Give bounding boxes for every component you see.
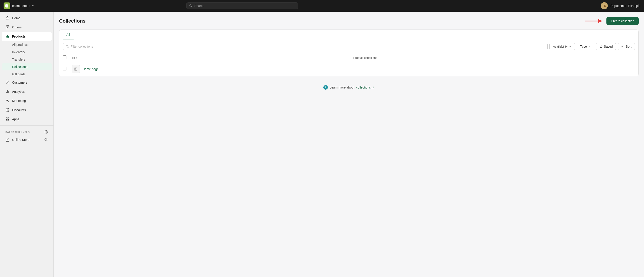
top-navigation: ecommercerr ▾ PE Popupsmart Example — [0, 0, 644, 12]
availability-label: Availability — [553, 45, 568, 48]
svg-point-18 — [46, 139, 47, 140]
saved-label: Saved — [604, 45, 613, 48]
sidebar-item-label: Analytics — [12, 90, 24, 94]
store-name-label: ecommercerr — [12, 4, 30, 8]
svg-marker-2 — [6, 35, 10, 38]
svg-point-0 — [190, 4, 192, 7]
svg-rect-13 — [6, 120, 7, 121]
store-logo[interactable]: ecommercerr ▾ — [4, 2, 34, 9]
sort-label: Sort — [626, 45, 632, 48]
saved-filter-button[interactable]: Saved — [596, 43, 616, 50]
main-layout: Home Orders Products All products Invent… — [0, 12, 644, 277]
svg-rect-14 — [8, 120, 9, 121]
sidebar-item-apps[interactable]: Apps — [2, 115, 52, 124]
sidebar-item-label: Customers — [12, 81, 27, 84]
create-collection-button[interactable]: Create collection — [606, 17, 639, 25]
sidebar-item-discounts[interactable]: Discounts — [2, 106, 52, 114]
info-text: Learn more about — [330, 86, 354, 89]
add-sales-channel-icon[interactable] — [44, 130, 48, 134]
sort-icon — [621, 45, 624, 48]
info-section: i Learn more about collections ↗ — [59, 76, 639, 98]
eye-icon — [44, 138, 48, 142]
sidebar-item-customers[interactable]: Customers — [2, 78, 52, 87]
collections-card: All Availability Type — [59, 30, 639, 76]
sidebar-item-online-store[interactable]: Online Store — [2, 135, 52, 144]
sidebar-subitem-label: Gift cards — [12, 72, 26, 76]
row-checkbox[interactable] — [63, 67, 66, 70]
type-label: Type — [580, 45, 587, 48]
select-all-checkbox[interactable] — [63, 56, 66, 59]
collections-link-label: collections — [356, 86, 371, 89]
svg-point-21 — [66, 46, 68, 48]
main-content: Collections Create collection All — [54, 12, 644, 277]
customers-icon — [5, 80, 10, 85]
global-search — [186, 2, 298, 9]
sidebar-item-label: Discounts — [12, 108, 26, 112]
sidebar-subitem-gift-cards[interactable]: Gift cards — [2, 71, 52, 78]
sidebar-item-label: Marketing — [12, 99, 26, 102]
sidebar-item-label: Apps — [12, 117, 19, 121]
tabs-bar: All — [59, 30, 638, 40]
store-chevron-icon: ▾ — [32, 4, 34, 8]
header-right: Create collection — [585, 17, 639, 25]
sidebar-item-label: Products — [12, 35, 26, 38]
sidebar-subitem-label: Collections — [12, 65, 27, 69]
collections-link[interactable]: collections ↗ — [356, 86, 374, 89]
arrow-indicator — [585, 18, 603, 24]
sidebar-item-home[interactable]: Home — [2, 14, 52, 22]
sales-channels-section: SALES CHANNELS — [0, 128, 54, 135]
sidebar-subitem-label: All products — [12, 43, 28, 46]
avatar[interactable]: PE — [600, 2, 608, 10]
sidebar: Home Orders Products All products Invent… — [0, 12, 54, 277]
home-icon — [5, 16, 10, 20]
type-filter-button[interactable]: Type — [577, 43, 594, 50]
col-header-title: Title — [72, 56, 353, 60]
sidebar-subitem-label: Transfers — [12, 58, 25, 61]
sort-button[interactable]: Sort — [618, 43, 635, 50]
collection-title[interactable]: Home page — [82, 67, 359, 71]
svg-point-9 — [7, 109, 8, 110]
shopify-logo-icon — [4, 2, 10, 9]
marketing-icon — [5, 98, 10, 103]
svg-point-27 — [75, 68, 76, 69]
analytics-icon — [5, 90, 10, 94]
info-icon: i — [323, 85, 328, 90]
sidebar-item-products[interactable]: Products — [2, 32, 52, 41]
star-icon — [600, 45, 603, 48]
sidebar-subitem-inventory[interactable]: Inventory — [2, 48, 52, 56]
tab-all[interactable]: All — [63, 30, 74, 40]
shopify-svg — [5, 4, 9, 8]
user-name: Popupsmart Example — [610, 4, 640, 8]
filter-search-input[interactable] — [71, 45, 545, 48]
sidebar-item-marketing[interactable]: Marketing — [2, 96, 52, 105]
row-checkbox-container[interactable] — [63, 67, 72, 71]
table-row[interactable]: Home page — [59, 62, 638, 76]
sidebar-item-orders[interactable]: Orders — [2, 23, 52, 32]
svg-point-10 — [8, 110, 8, 111]
topnav-right: PE Popupsmart Example — [600, 2, 640, 10]
sidebar-item-label: Home — [12, 16, 20, 20]
availability-chevron-icon — [569, 45, 572, 48]
discounts-icon — [5, 108, 10, 112]
orders-icon — [5, 25, 10, 30]
sales-channels-label: SALES CHANNELS — [5, 131, 30, 134]
table-select-all[interactable] — [63, 56, 72, 60]
sidebar-subitem-label: Inventory — [12, 50, 25, 54]
availability-filter-button[interactable]: Availability — [550, 43, 575, 50]
table-header: Title Product conditions — [59, 53, 638, 62]
search-input[interactable] — [194, 4, 295, 8]
svg-point-3 — [7, 81, 8, 82]
filter-bar: Availability Type Saved — [59, 40, 638, 53]
store-icon — [5, 138, 10, 142]
sidebar-item-analytics[interactable]: Analytics — [2, 87, 52, 96]
image-icon — [74, 67, 78, 71]
products-icon — [5, 34, 10, 39]
page-title: Collections — [59, 18, 86, 24]
sidebar-item-label: Online Store — [12, 138, 30, 142]
sidebar-subitem-transfers[interactable]: Transfers — [2, 56, 52, 63]
sidebar-subitem-collections[interactable]: Collections — [2, 63, 52, 70]
collection-thumbnail — [72, 65, 80, 73]
svg-marker-20 — [598, 19, 602, 23]
sidebar-subitem-all-products[interactable]: All products — [2, 41, 52, 48]
page-header: Collections Create collection — [59, 17, 639, 25]
